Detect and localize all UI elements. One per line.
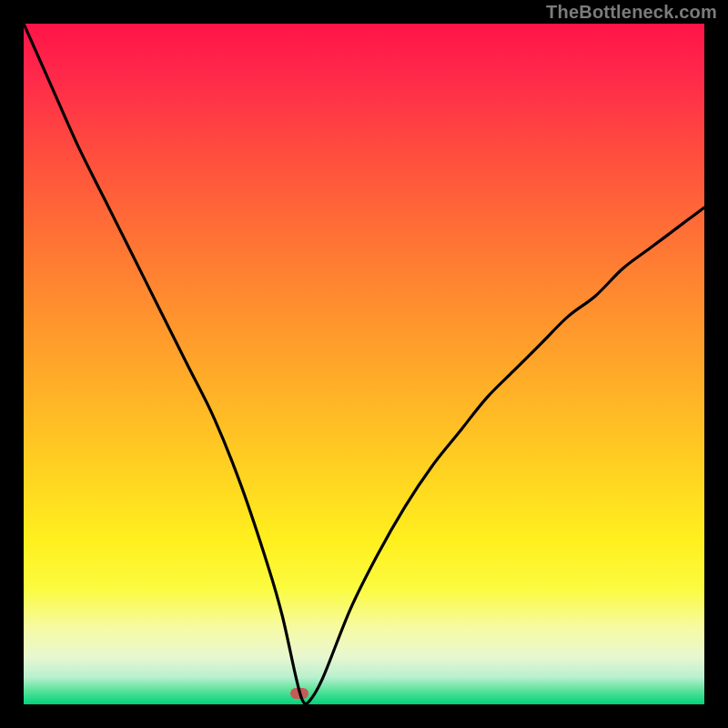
bottleneck-curve [24, 24, 704, 704]
watermark-text: TheBottleneck.com [546, 2, 717, 23]
outer-frame: TheBottleneck.com [0, 0, 728, 728]
plot-area [24, 24, 704, 704]
